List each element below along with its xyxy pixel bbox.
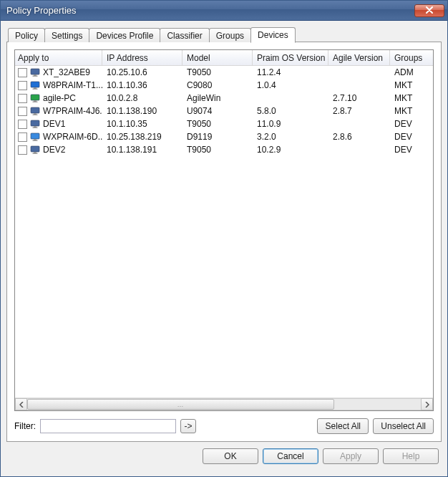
col-praim-os-version[interactable]: Praim OS Version xyxy=(253,50,328,65)
col-groups[interactable]: Groups xyxy=(390,50,424,65)
table-row[interactable]: DEV110.1.10.35T905011.0.9DEV xyxy=(15,117,433,130)
table-row[interactable]: XT_32ABE910.25.10.6T905011.2.4ADM xyxy=(15,66,433,79)
scroll-track[interactable]: … xyxy=(27,398,421,410)
filter-go-button[interactable]: -> xyxy=(180,419,196,433)
select-all-button[interactable]: Select All xyxy=(317,418,369,434)
svg-rect-0 xyxy=(31,69,39,74)
cancel-button[interactable]: Cancel xyxy=(263,448,318,464)
device-name: DEV1 xyxy=(43,119,65,129)
svg-rect-15 xyxy=(31,133,39,139)
svg-rect-13 xyxy=(34,127,36,127)
svg-rect-8 xyxy=(33,102,38,102)
tab-devices[interactable]: Devices xyxy=(250,27,296,43)
ok-button[interactable]: OK xyxy=(203,448,258,464)
svg-rect-19 xyxy=(34,153,36,153)
cell-os: 10.2.9 xyxy=(253,145,328,155)
tab-groups[interactable]: Groups xyxy=(209,28,251,42)
cell-agile: 2.7.10 xyxy=(328,93,390,103)
tab-devices-profile[interactable]: Devices Profile xyxy=(89,28,160,42)
row-checkbox[interactable] xyxy=(18,145,27,155)
cell-group: ADM xyxy=(390,67,424,77)
device-name: W7PRAIM-4J6... xyxy=(43,106,102,116)
svg-rect-11 xyxy=(33,115,38,115)
window-title: Policy Properties xyxy=(6,5,414,16)
cell-os: 5.8.0 xyxy=(253,106,328,116)
svg-rect-3 xyxy=(31,82,39,87)
chevron-left-icon xyxy=(19,400,24,410)
scroll-left-button[interactable] xyxy=(15,398,27,410)
cell-group: MKT xyxy=(390,80,424,90)
scroll-right-button[interactable] xyxy=(421,398,433,410)
cell-model: T9050 xyxy=(182,145,253,155)
device-icon xyxy=(29,118,41,130)
unselect-all-button[interactable]: Unselect All xyxy=(373,418,434,434)
filter-input[interactable] xyxy=(40,419,176,433)
col-model[interactable]: Model xyxy=(182,50,253,65)
col-ip-address[interactable]: IP Address xyxy=(102,50,182,65)
row-checkbox[interactable] xyxy=(18,132,27,142)
svg-rect-12 xyxy=(31,120,39,126)
svg-rect-17 xyxy=(33,140,38,141)
col-agile-version[interactable]: Agile Version xyxy=(328,50,390,65)
cell-model: C9080 xyxy=(182,80,253,90)
col-apply-to[interactable]: Apply to xyxy=(15,50,102,65)
cell-agile: 2.8.6 xyxy=(328,132,390,142)
cell-group: MKT xyxy=(390,106,424,116)
svg-rect-20 xyxy=(33,153,38,154)
tab-classifier[interactable]: Classifier xyxy=(160,28,209,42)
svg-rect-7 xyxy=(34,101,36,102)
table-row[interactable]: WXPRAIM-6D...10.25.138.219D91193.2.02.8.… xyxy=(15,130,433,143)
row-checkbox[interactable] xyxy=(18,68,27,77)
filter-label: Filter: xyxy=(14,421,36,431)
close-button[interactable] xyxy=(414,4,444,17)
table-row[interactable]: W7PRAIM-4J6...10.1.138.190U90745.8.02.8.… xyxy=(15,105,433,117)
horizontal-scrollbar: … xyxy=(15,398,433,410)
scroll-thumb[interactable]: … xyxy=(27,399,334,410)
cell-agile: 2.8.7 xyxy=(328,106,390,116)
dialog-window: Policy Properties Policy Settings Device… xyxy=(0,0,448,477)
cell-group: DEV xyxy=(390,145,424,155)
svg-rect-4 xyxy=(34,88,36,89)
cell-model: U9074 xyxy=(182,106,253,116)
svg-rect-6 xyxy=(31,95,39,100)
arrow-right-icon: -> xyxy=(184,421,192,431)
table-row[interactable]: W8PRAIM-T1...10.1.10.36C90801.0.4MKT xyxy=(15,79,433,92)
cell-group: DEV xyxy=(390,119,424,129)
row-checkbox[interactable] xyxy=(18,81,27,90)
tab-policy[interactable]: Policy xyxy=(8,28,45,42)
row-checkbox[interactable] xyxy=(18,120,27,129)
svg-rect-16 xyxy=(34,140,36,140)
apply-button: Apply xyxy=(323,448,379,464)
device-name: WXPRAIM-6D... xyxy=(43,132,102,142)
cell-ip: 10.25.10.6 xyxy=(102,67,182,77)
cell-group: MKT xyxy=(390,93,424,103)
tab-panel: Policy Settings Devices Profile Classifi… xyxy=(6,26,442,442)
tabstrip: Policy Settings Devices Profile Classifi… xyxy=(6,26,442,42)
cell-os: 11.0.9 xyxy=(253,119,328,129)
device-name: agile-PC xyxy=(43,93,76,103)
client-area: Policy Settings Devices Profile Classifi… xyxy=(1,21,447,476)
row-checkbox[interactable] xyxy=(18,94,27,103)
svg-rect-18 xyxy=(31,146,39,152)
device-name: DEV2 xyxy=(43,145,65,155)
cell-model: T9050 xyxy=(182,119,253,129)
device-name: W8PRAIM-T1... xyxy=(43,80,102,90)
cell-model: AgileWin xyxy=(182,93,253,103)
titlebar: Policy Properties xyxy=(1,1,447,21)
svg-rect-5 xyxy=(33,89,38,90)
cell-os: 11.2.4 xyxy=(253,67,328,77)
table-row[interactable]: DEV210.1.138.191T905010.2.9DEV xyxy=(15,143,433,156)
row-checkbox[interactable] xyxy=(18,107,27,116)
table-body: XT_32ABE910.25.10.6T905011.2.4ADMW8PRAIM… xyxy=(15,66,433,398)
tab-settings[interactable]: Settings xyxy=(44,28,89,42)
table-row[interactable]: agile-PC10.0.2.8AgileWin2.7.10MKT xyxy=(15,92,433,105)
cell-model: T9050 xyxy=(182,67,253,77)
svg-rect-1 xyxy=(34,75,36,76)
dialog-button-bar: OK Cancel Apply Help xyxy=(6,442,442,471)
filter-row: Filter: -> Select All Unselect All xyxy=(14,418,434,434)
tab-body: Apply to IP Address Model Praim OS Versi… xyxy=(6,42,442,442)
device-icon xyxy=(29,80,41,91)
cell-group: DEV xyxy=(390,132,424,142)
cell-ip: 10.1.138.191 xyxy=(102,145,182,155)
cell-os: 1.0.4 xyxy=(253,80,328,90)
